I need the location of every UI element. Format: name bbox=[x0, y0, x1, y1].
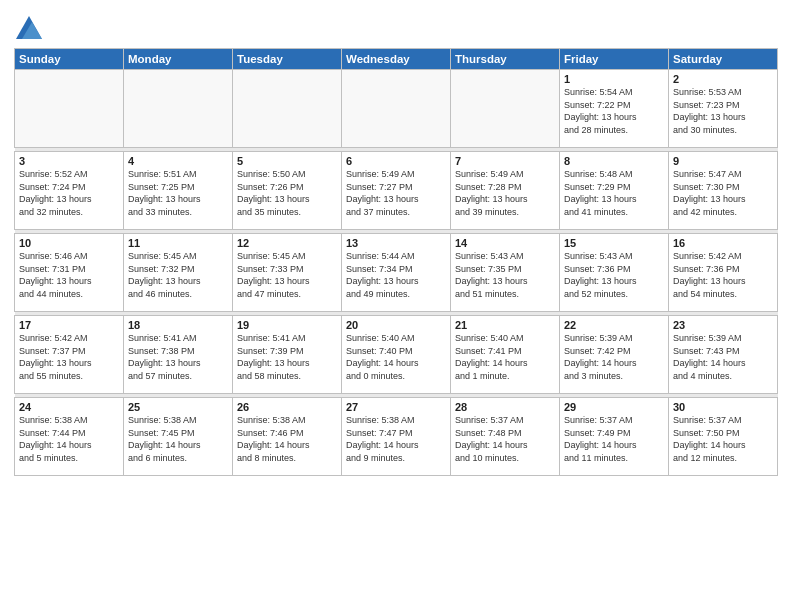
calendar-cell: 20Sunrise: 5:40 AM Sunset: 7:40 PM Dayli… bbox=[342, 316, 451, 394]
day-number: 24 bbox=[19, 401, 119, 413]
calendar-cell: 14Sunrise: 5:43 AM Sunset: 7:35 PM Dayli… bbox=[451, 234, 560, 312]
day-info: Sunrise: 5:49 AM Sunset: 7:28 PM Dayligh… bbox=[455, 168, 555, 218]
day-number: 15 bbox=[564, 237, 664, 249]
day-info: Sunrise: 5:41 AM Sunset: 7:39 PM Dayligh… bbox=[237, 332, 337, 382]
calendar-cell: 29Sunrise: 5:37 AM Sunset: 7:49 PM Dayli… bbox=[560, 398, 669, 476]
calendar-cell: 8Sunrise: 5:48 AM Sunset: 7:29 PM Daylig… bbox=[560, 152, 669, 230]
day-info: Sunrise: 5:48 AM Sunset: 7:29 PM Dayligh… bbox=[564, 168, 664, 218]
calendar-cell: 27Sunrise: 5:38 AM Sunset: 7:47 PM Dayli… bbox=[342, 398, 451, 476]
calendar-cell: 6Sunrise: 5:49 AM Sunset: 7:27 PM Daylig… bbox=[342, 152, 451, 230]
calendar-cell: 5Sunrise: 5:50 AM Sunset: 7:26 PM Daylig… bbox=[233, 152, 342, 230]
page-container: SundayMondayTuesdayWednesdayThursdayFrid… bbox=[0, 0, 792, 612]
week-row-3: 10Sunrise: 5:46 AM Sunset: 7:31 PM Dayli… bbox=[15, 234, 778, 312]
calendar-cell: 13Sunrise: 5:44 AM Sunset: 7:34 PM Dayli… bbox=[342, 234, 451, 312]
day-info: Sunrise: 5:37 AM Sunset: 7:49 PM Dayligh… bbox=[564, 414, 664, 464]
calendar-cell: 24Sunrise: 5:38 AM Sunset: 7:44 PM Dayli… bbox=[15, 398, 124, 476]
day-number: 28 bbox=[455, 401, 555, 413]
calendar-cell: 25Sunrise: 5:38 AM Sunset: 7:45 PM Dayli… bbox=[124, 398, 233, 476]
day-number: 26 bbox=[237, 401, 337, 413]
day-info: Sunrise: 5:47 AM Sunset: 7:30 PM Dayligh… bbox=[673, 168, 773, 218]
day-number: 12 bbox=[237, 237, 337, 249]
weekday-header-monday: Monday bbox=[124, 49, 233, 70]
calendar-cell bbox=[233, 70, 342, 148]
weekday-header-tuesday: Tuesday bbox=[233, 49, 342, 70]
weekday-header-thursday: Thursday bbox=[451, 49, 560, 70]
day-number: 10 bbox=[19, 237, 119, 249]
day-info: Sunrise: 5:39 AM Sunset: 7:42 PM Dayligh… bbox=[564, 332, 664, 382]
day-number: 2 bbox=[673, 73, 773, 85]
week-row-5: 24Sunrise: 5:38 AM Sunset: 7:44 PM Dayli… bbox=[15, 398, 778, 476]
day-number: 4 bbox=[128, 155, 228, 167]
calendar-cell: 18Sunrise: 5:41 AM Sunset: 7:38 PM Dayli… bbox=[124, 316, 233, 394]
day-info: Sunrise: 5:42 AM Sunset: 7:36 PM Dayligh… bbox=[673, 250, 773, 300]
calendar-cell: 21Sunrise: 5:40 AM Sunset: 7:41 PM Dayli… bbox=[451, 316, 560, 394]
day-info: Sunrise: 5:46 AM Sunset: 7:31 PM Dayligh… bbox=[19, 250, 119, 300]
day-info: Sunrise: 5:43 AM Sunset: 7:35 PM Dayligh… bbox=[455, 250, 555, 300]
calendar-cell: 30Sunrise: 5:37 AM Sunset: 7:50 PM Dayli… bbox=[669, 398, 778, 476]
day-info: Sunrise: 5:43 AM Sunset: 7:36 PM Dayligh… bbox=[564, 250, 664, 300]
day-number: 11 bbox=[128, 237, 228, 249]
calendar: SundayMondayTuesdayWednesdayThursdayFrid… bbox=[14, 48, 778, 476]
calendar-cell: 2Sunrise: 5:53 AM Sunset: 7:23 PM Daylig… bbox=[669, 70, 778, 148]
calendar-cell: 11Sunrise: 5:45 AM Sunset: 7:32 PM Dayli… bbox=[124, 234, 233, 312]
calendar-cell bbox=[342, 70, 451, 148]
logo bbox=[14, 14, 48, 44]
calendar-cell: 7Sunrise: 5:49 AM Sunset: 7:28 PM Daylig… bbox=[451, 152, 560, 230]
day-info: Sunrise: 5:38 AM Sunset: 7:46 PM Dayligh… bbox=[237, 414, 337, 464]
week-row-2: 3Sunrise: 5:52 AM Sunset: 7:24 PM Daylig… bbox=[15, 152, 778, 230]
day-info: Sunrise: 5:40 AM Sunset: 7:41 PM Dayligh… bbox=[455, 332, 555, 382]
calendar-cell bbox=[124, 70, 233, 148]
calendar-cell bbox=[15, 70, 124, 148]
calendar-cell: 4Sunrise: 5:51 AM Sunset: 7:25 PM Daylig… bbox=[124, 152, 233, 230]
day-number: 17 bbox=[19, 319, 119, 331]
calendar-cell: 28Sunrise: 5:37 AM Sunset: 7:48 PM Dayli… bbox=[451, 398, 560, 476]
day-info: Sunrise: 5:37 AM Sunset: 7:50 PM Dayligh… bbox=[673, 414, 773, 464]
day-info: Sunrise: 5:41 AM Sunset: 7:38 PM Dayligh… bbox=[128, 332, 228, 382]
day-info: Sunrise: 5:38 AM Sunset: 7:45 PM Dayligh… bbox=[128, 414, 228, 464]
day-info: Sunrise: 5:42 AM Sunset: 7:37 PM Dayligh… bbox=[19, 332, 119, 382]
day-info: Sunrise: 5:54 AM Sunset: 7:22 PM Dayligh… bbox=[564, 86, 664, 136]
day-info: Sunrise: 5:39 AM Sunset: 7:43 PM Dayligh… bbox=[673, 332, 773, 382]
logo-icon bbox=[14, 14, 44, 44]
day-info: Sunrise: 5:44 AM Sunset: 7:34 PM Dayligh… bbox=[346, 250, 446, 300]
weekday-header-friday: Friday bbox=[560, 49, 669, 70]
day-info: Sunrise: 5:51 AM Sunset: 7:25 PM Dayligh… bbox=[128, 168, 228, 218]
calendar-cell: 22Sunrise: 5:39 AM Sunset: 7:42 PM Dayli… bbox=[560, 316, 669, 394]
day-info: Sunrise: 5:52 AM Sunset: 7:24 PM Dayligh… bbox=[19, 168, 119, 218]
day-info: Sunrise: 5:53 AM Sunset: 7:23 PM Dayligh… bbox=[673, 86, 773, 136]
day-info: Sunrise: 5:37 AM Sunset: 7:48 PM Dayligh… bbox=[455, 414, 555, 464]
day-number: 21 bbox=[455, 319, 555, 331]
calendar-cell: 17Sunrise: 5:42 AM Sunset: 7:37 PM Dayli… bbox=[15, 316, 124, 394]
day-number: 18 bbox=[128, 319, 228, 331]
calendar-cell: 3Sunrise: 5:52 AM Sunset: 7:24 PM Daylig… bbox=[15, 152, 124, 230]
weekday-header-saturday: Saturday bbox=[669, 49, 778, 70]
day-number: 29 bbox=[564, 401, 664, 413]
calendar-cell: 19Sunrise: 5:41 AM Sunset: 7:39 PM Dayli… bbox=[233, 316, 342, 394]
day-number: 16 bbox=[673, 237, 773, 249]
day-info: Sunrise: 5:49 AM Sunset: 7:27 PM Dayligh… bbox=[346, 168, 446, 218]
day-number: 13 bbox=[346, 237, 446, 249]
day-number: 7 bbox=[455, 155, 555, 167]
day-number: 14 bbox=[455, 237, 555, 249]
day-info: Sunrise: 5:45 AM Sunset: 7:32 PM Dayligh… bbox=[128, 250, 228, 300]
day-number: 30 bbox=[673, 401, 773, 413]
day-number: 6 bbox=[346, 155, 446, 167]
calendar-cell: 1Sunrise: 5:54 AM Sunset: 7:22 PM Daylig… bbox=[560, 70, 669, 148]
week-row-4: 17Sunrise: 5:42 AM Sunset: 7:37 PM Dayli… bbox=[15, 316, 778, 394]
day-number: 23 bbox=[673, 319, 773, 331]
calendar-cell: 26Sunrise: 5:38 AM Sunset: 7:46 PM Dayli… bbox=[233, 398, 342, 476]
day-info: Sunrise: 5:40 AM Sunset: 7:40 PM Dayligh… bbox=[346, 332, 446, 382]
day-number: 19 bbox=[237, 319, 337, 331]
day-number: 1 bbox=[564, 73, 664, 85]
calendar-cell: 12Sunrise: 5:45 AM Sunset: 7:33 PM Dayli… bbox=[233, 234, 342, 312]
day-number: 5 bbox=[237, 155, 337, 167]
day-number: 8 bbox=[564, 155, 664, 167]
calendar-cell: 15Sunrise: 5:43 AM Sunset: 7:36 PM Dayli… bbox=[560, 234, 669, 312]
day-info: Sunrise: 5:45 AM Sunset: 7:33 PM Dayligh… bbox=[237, 250, 337, 300]
calendar-cell: 16Sunrise: 5:42 AM Sunset: 7:36 PM Dayli… bbox=[669, 234, 778, 312]
calendar-cell: 23Sunrise: 5:39 AM Sunset: 7:43 PM Dayli… bbox=[669, 316, 778, 394]
day-number: 3 bbox=[19, 155, 119, 167]
day-number: 27 bbox=[346, 401, 446, 413]
day-info: Sunrise: 5:38 AM Sunset: 7:47 PM Dayligh… bbox=[346, 414, 446, 464]
weekday-header-sunday: Sunday bbox=[15, 49, 124, 70]
